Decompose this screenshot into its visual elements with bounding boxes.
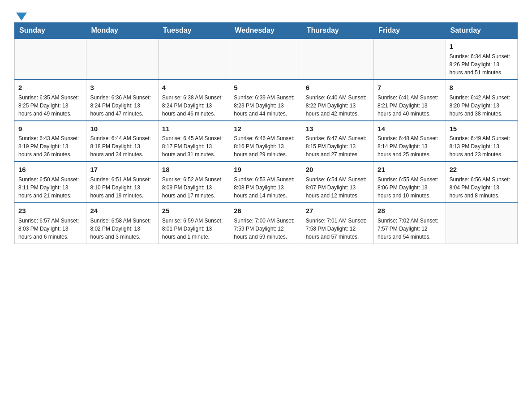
day-info: Sunrise: 6:34 AM Sunset: 8:26 PM Dayligh… <box>450 52 514 77</box>
calendar-day-cell: 15Sunrise: 6:49 AM Sunset: 8:13 PM Dayli… <box>446 121 517 162</box>
day-number: 21 <box>378 165 442 175</box>
calendar-day-cell: 14Sunrise: 6:48 AM Sunset: 8:14 PM Dayli… <box>374 121 446 162</box>
logo-arrow-icon <box>16 13 27 21</box>
calendar-week-row: 2Sunrise: 6:35 AM Sunset: 8:25 PM Daylig… <box>15 80 518 121</box>
day-info: Sunrise: 6:44 AM Sunset: 8:18 PM Dayligh… <box>90 134 154 158</box>
day-info: Sunrise: 6:41 AM Sunset: 8:21 PM Dayligh… <box>378 94 442 118</box>
calendar-day-cell: 27Sunrise: 7:01 AM Sunset: 7:58 PM Dayli… <box>302 203 373 244</box>
day-info: Sunrise: 6:55 AM Sunset: 8:06 PM Dayligh… <box>378 176 442 200</box>
day-number: 18 <box>162 165 226 175</box>
day-number: 16 <box>18 165 82 175</box>
calendar-day-cell: 12Sunrise: 6:46 AM Sunset: 8:16 PM Dayli… <box>230 121 302 162</box>
day-info: Sunrise: 6:45 AM Sunset: 8:17 PM Dayligh… <box>162 134 226 158</box>
calendar-day-cell: 18Sunrise: 6:52 AM Sunset: 8:09 PM Dayli… <box>158 162 230 203</box>
page-header <box>14 11 518 19</box>
day-info: Sunrise: 6:57 AM Sunset: 8:03 PM Dayligh… <box>18 217 82 241</box>
day-info: Sunrise: 6:48 AM Sunset: 8:14 PM Dayligh… <box>378 134 442 158</box>
calendar-day-cell: 22Sunrise: 6:56 AM Sunset: 8:04 PM Dayli… <box>446 162 517 203</box>
day-number: 9 <box>18 124 82 134</box>
day-number: 27 <box>306 206 370 216</box>
day-info: Sunrise: 6:59 AM Sunset: 8:01 PM Dayligh… <box>162 217 226 241</box>
day-number: 5 <box>234 83 298 93</box>
calendar-day-cell: 2Sunrise: 6:35 AM Sunset: 8:25 PM Daylig… <box>15 80 86 121</box>
calendar-day-cell <box>374 39 446 80</box>
day-number: 20 <box>306 165 370 175</box>
day-info: Sunrise: 6:38 AM Sunset: 8:24 PM Dayligh… <box>162 94 226 118</box>
weekday-header-sunday: Sunday <box>15 23 86 39</box>
day-number: 10 <box>90 124 154 134</box>
calendar-day-cell: 8Sunrise: 6:42 AM Sunset: 8:20 PM Daylig… <box>446 80 517 121</box>
calendar-day-cell: 7Sunrise: 6:41 AM Sunset: 8:21 PM Daylig… <box>374 80 446 121</box>
day-info: Sunrise: 6:42 AM Sunset: 8:20 PM Dayligh… <box>450 94 514 118</box>
day-number: 22 <box>450 165 514 175</box>
calendar-day-cell: 4Sunrise: 6:38 AM Sunset: 8:24 PM Daylig… <box>158 80 230 121</box>
day-info: Sunrise: 6:39 AM Sunset: 8:23 PM Dayligh… <box>234 94 298 118</box>
calendar-day-cell <box>86 39 158 80</box>
calendar-day-cell: 1Sunrise: 6:34 AM Sunset: 8:26 PM Daylig… <box>446 39 517 80</box>
calendar-header-row: SundayMondayTuesdayWednesdayThursdayFrid… <box>15 23 518 39</box>
day-number: 25 <box>162 206 226 216</box>
weekday-header-monday: Monday <box>86 23 158 39</box>
calendar-day-cell: 17Sunrise: 6:51 AM Sunset: 8:10 PM Dayli… <box>86 162 158 203</box>
calendar-day-cell: 16Sunrise: 6:50 AM Sunset: 8:11 PM Dayli… <box>15 162 86 203</box>
day-number: 12 <box>234 124 298 134</box>
calendar-day-cell <box>302 39 373 80</box>
day-number: 8 <box>450 83 514 93</box>
calendar-table: SundayMondayTuesdayWednesdayThursdayFrid… <box>14 22 518 244</box>
day-number: 15 <box>450 124 514 134</box>
calendar-day-cell: 9Sunrise: 6:43 AM Sunset: 8:19 PM Daylig… <box>15 121 86 162</box>
day-info: Sunrise: 6:51 AM Sunset: 8:10 PM Dayligh… <box>90 176 154 200</box>
day-number: 17 <box>90 165 154 175</box>
weekday-header-wednesday: Wednesday <box>230 23 302 39</box>
calendar-day-cell: 3Sunrise: 6:36 AM Sunset: 8:24 PM Daylig… <box>86 80 158 121</box>
calendar-day-cell: 5Sunrise: 6:39 AM Sunset: 8:23 PM Daylig… <box>230 80 302 121</box>
day-number: 19 <box>234 165 298 175</box>
day-info: Sunrise: 6:53 AM Sunset: 8:08 PM Dayligh… <box>234 176 298 200</box>
calendar-day-cell: 21Sunrise: 6:55 AM Sunset: 8:06 PM Dayli… <box>374 162 446 203</box>
day-number: 4 <box>162 83 226 93</box>
day-number: 6 <box>306 83 370 93</box>
calendar-day-cell: 10Sunrise: 6:44 AM Sunset: 8:18 PM Dayli… <box>86 121 158 162</box>
calendar-week-row: 1Sunrise: 6:34 AM Sunset: 8:26 PM Daylig… <box>15 39 518 80</box>
day-info: Sunrise: 6:36 AM Sunset: 8:24 PM Dayligh… <box>90 94 154 118</box>
day-number: 3 <box>90 83 154 93</box>
calendar-day-cell <box>158 39 230 80</box>
day-number: 1 <box>450 42 514 51</box>
day-number: 23 <box>18 206 82 216</box>
day-info: Sunrise: 6:47 AM Sunset: 8:15 PM Dayligh… <box>306 134 370 158</box>
day-info: Sunrise: 6:54 AM Sunset: 8:07 PM Dayligh… <box>306 176 370 200</box>
day-number: 7 <box>378 83 442 93</box>
calendar-day-cell: 28Sunrise: 7:02 AM Sunset: 7:57 PM Dayli… <box>374 203 446 244</box>
calendar-day-cell <box>15 39 86 80</box>
day-info: Sunrise: 6:40 AM Sunset: 8:22 PM Dayligh… <box>306 94 370 118</box>
calendar-day-cell: 6Sunrise: 6:40 AM Sunset: 8:22 PM Daylig… <box>302 80 373 121</box>
calendar-day-cell: 20Sunrise: 6:54 AM Sunset: 8:07 PM Dayli… <box>302 162 373 203</box>
day-info: Sunrise: 6:49 AM Sunset: 8:13 PM Dayligh… <box>450 134 514 158</box>
day-info: Sunrise: 6:52 AM Sunset: 8:09 PM Dayligh… <box>162 176 226 200</box>
calendar-day-cell <box>230 39 302 80</box>
calendar-week-row: 16Sunrise: 6:50 AM Sunset: 8:11 PM Dayli… <box>15 162 518 203</box>
day-info: Sunrise: 6:58 AM Sunset: 8:02 PM Dayligh… <box>90 217 154 241</box>
day-number: 13 <box>306 124 370 134</box>
day-info: Sunrise: 6:43 AM Sunset: 8:19 PM Dayligh… <box>18 134 82 158</box>
day-number: 26 <box>234 206 298 216</box>
calendar-day-cell: 25Sunrise: 6:59 AM Sunset: 8:01 PM Dayli… <box>158 203 230 244</box>
day-number: 24 <box>90 206 154 216</box>
calendar-day-cell <box>446 203 517 244</box>
day-info: Sunrise: 6:56 AM Sunset: 8:04 PM Dayligh… <box>450 176 514 200</box>
day-info: Sunrise: 6:50 AM Sunset: 8:11 PM Dayligh… <box>18 176 82 200</box>
weekday-header-saturday: Saturday <box>446 23 517 39</box>
calendar-week-row: 23Sunrise: 6:57 AM Sunset: 8:03 PM Dayli… <box>15 203 518 244</box>
weekday-header-thursday: Thursday <box>302 23 373 39</box>
calendar-day-cell: 13Sunrise: 6:47 AM Sunset: 8:15 PM Dayli… <box>302 121 373 162</box>
calendar-day-cell: 24Sunrise: 6:58 AM Sunset: 8:02 PM Dayli… <box>86 203 158 244</box>
logo <box>14 11 27 19</box>
day-info: Sunrise: 7:00 AM Sunset: 7:59 PM Dayligh… <box>234 217 298 241</box>
day-info: Sunrise: 7:02 AM Sunset: 7:57 PM Dayligh… <box>378 217 442 241</box>
day-number: 11 <box>162 124 226 134</box>
calendar-day-cell: 23Sunrise: 6:57 AM Sunset: 8:03 PM Dayli… <box>15 203 86 244</box>
day-number: 14 <box>378 124 442 134</box>
calendar-day-cell: 11Sunrise: 6:45 AM Sunset: 8:17 PM Dayli… <box>158 121 230 162</box>
day-info: Sunrise: 6:46 AM Sunset: 8:16 PM Dayligh… <box>234 134 298 158</box>
day-number: 28 <box>378 206 442 216</box>
